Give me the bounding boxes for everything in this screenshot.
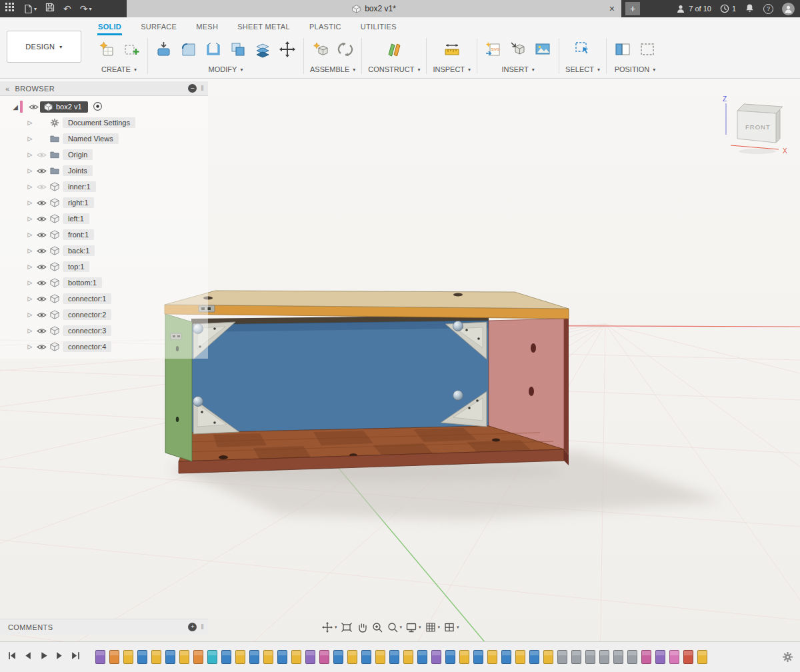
visibility-eye-icon[interactable] (27, 103, 40, 111)
browser-row-label[interactable]: bottom:1 (63, 277, 102, 288)
avatar[interactable] (782, 3, 795, 15)
timeline-feature-sketch[interactable] (543, 650, 553, 664)
expand-arrow-icon[interactable]: ▷ (25, 167, 35, 174)
press-pull-icon[interactable] (154, 39, 174, 59)
timeline-feature-extrude[interactable] (221, 650, 231, 664)
timeline-feature-sketch[interactable] (347, 650, 357, 664)
shell-icon[interactable] (203, 39, 223, 59)
expand-arrow-icon[interactable]: ▷ (25, 151, 35, 158)
save-icon[interactable] (45, 3, 55, 15)
play-icon[interactable] (39, 651, 49, 663)
timeline-feature-sketch[interactable] (375, 650, 385, 664)
timeline-feature-sketch[interactable] (697, 650, 707, 664)
browser-row-label[interactable]: Origin (63, 149, 93, 160)
timeline-feature-extrude[interactable] (137, 650, 147, 664)
tab-mesh[interactable]: MESH (195, 21, 219, 35)
skip-to-start-icon[interactable] (7, 651, 17, 663)
look-at-icon[interactable] (341, 621, 353, 633)
assemble-menu[interactable]: ASSEMBLE▾ (310, 65, 355, 73)
timeline-feature-joint[interactable] (613, 650, 623, 664)
timeline-feature-sketch[interactable] (403, 650, 413, 664)
expand-arrow-icon[interactable]: ▷ (25, 327, 35, 334)
measure-icon[interactable] (442, 39, 462, 59)
browser-row-label[interactable]: Joints (63, 165, 93, 176)
tab-sheet-metal[interactable]: SHEET METAL (237, 21, 291, 35)
timeline-feature-joint[interactable] (571, 650, 581, 664)
expand-arrow-icon[interactable]: ▷ (25, 279, 35, 286)
timeline-feature-extrude[interactable] (333, 650, 343, 664)
revert-position-icon[interactable] (637, 39, 657, 59)
timeline-feature-sketch[interactable] (459, 650, 469, 664)
viewcube-front-label[interactable]: FRONT (745, 123, 771, 131)
browser-row-component[interactable]: ▷ front:1 (0, 227, 208, 243)
timeline-feature-extrude[interactable] (445, 650, 455, 664)
browser-row-label[interactable]: front:1 (63, 229, 94, 240)
undo-icon[interactable]: ↶ (63, 4, 71, 13)
browser-row-document-settings[interactable]: ▷ Document Settings (0, 115, 208, 131)
visibility-eye-icon[interactable] (35, 231, 48, 239)
timeline-feature-sketch[interactable] (235, 650, 245, 664)
browser-row-label[interactable]: right:1 (63, 197, 94, 208)
browser-row-label[interactable]: top:1 (63, 261, 89, 272)
timeline-feature-extrude[interactable] (249, 650, 259, 664)
expand-arrow-icon[interactable]: ▷ (25, 295, 35, 302)
browser-row-named-views[interactable]: ▷ Named Views (0, 131, 208, 147)
timeline-feature-joint[interactable] (627, 650, 637, 664)
box-model[interactable] (165, 291, 569, 473)
browser-row-label[interactable]: left:1 (63, 213, 89, 224)
browser-row-component[interactable]: ▷ top:1 (0, 259, 208, 275)
visibility-eye-icon[interactable] (35, 311, 48, 319)
comments-panel[interactable]: COMMENTS + ‖ (0, 619, 208, 635)
timeline-feature-sketch[interactable] (515, 650, 525, 664)
tab-surface[interactable]: SURFACE (140, 21, 177, 35)
timeline-feature-combine[interactable] (641, 650, 651, 664)
position-menu[interactable]: POSITION▾ (615, 65, 656, 73)
browser-row-label[interactable]: connector:3 (63, 325, 111, 336)
visibility-eye-icon[interactable] (35, 247, 48, 255)
expand-arrow-icon[interactable]: ▷ (25, 183, 35, 190)
browser-row-component[interactable]: ▷ connector:4 (0, 339, 208, 355)
timeline-feature-extrude[interactable] (389, 650, 399, 664)
close-tab-icon[interactable]: × (609, 3, 615, 14)
root-component[interactable]: box2 v1 (40, 101, 88, 113)
browser-row-component[interactable]: ▷ connector:3 (0, 323, 208, 339)
browser-row-origin[interactable]: ▷ Origin (0, 147, 208, 163)
browser-row-label[interactable]: Named Views (63, 133, 119, 144)
timeline-feature-extrude[interactable] (361, 650, 371, 664)
step-forward-icon[interactable] (55, 651, 65, 663)
skip-to-end-icon[interactable] (71, 651, 81, 663)
timeline-feature-extrude[interactable] (417, 650, 427, 664)
grid-settings-icon[interactable]: ▾ (425, 621, 441, 633)
timeline-feature-combine[interactable] (319, 650, 329, 664)
browser-row-component[interactable]: ▷ right:1 (0, 195, 208, 211)
timeline-feature-sketch[interactable] (151, 650, 161, 664)
timeline-feature-extrude[interactable] (501, 650, 511, 664)
insert-svg-icon[interactable]: SVG (483, 39, 503, 59)
zoom-window-icon[interactable]: ▾ (387, 621, 403, 633)
collapse-panel-icon[interactable]: « (5, 85, 10, 93)
timeline-feature-sketch[interactable] (487, 650, 497, 664)
timeline-settings-gear-icon[interactable] (782, 651, 793, 665)
timeline-feature-plane[interactable] (109, 650, 119, 664)
timeline-feature-component[interactable] (431, 650, 441, 664)
viewports-icon[interactable]: ▾ (443, 621, 459, 633)
activate-component-radio[interactable] (93, 101, 103, 113)
document-tab[interactable]: box2 v1* × (127, 0, 621, 17)
zoom-icon[interactable] (371, 621, 383, 633)
select-menu[interactable]: SELECT▾ (565, 65, 600, 73)
canvas-image-icon[interactable] (533, 39, 553, 59)
visibility-eye-icon[interactable] (35, 279, 48, 287)
timeline-feature-component[interactable] (305, 650, 315, 664)
timeline-feature-sketch[interactable] (263, 650, 273, 664)
browser-row-component[interactable]: ▷ bottom:1 (0, 275, 208, 291)
browser-row-label[interactable]: inner:1 (63, 181, 96, 192)
pan-hand-icon[interactable] (356, 621, 368, 633)
timeline-feature-plane[interactable] (193, 650, 203, 664)
visibility-eye-icon[interactable] (35, 167, 48, 175)
expand-arrow-icon[interactable]: ▷ (25, 263, 35, 270)
timeline-feature-sketch[interactable] (291, 650, 301, 664)
expand-arrow-icon[interactable]: ▷ (25, 247, 35, 254)
visibility-eye-icon[interactable] (35, 343, 48, 351)
panel-grip-icon[interactable]: ‖ (201, 85, 204, 92)
fillet-icon[interactable] (179, 39, 199, 59)
